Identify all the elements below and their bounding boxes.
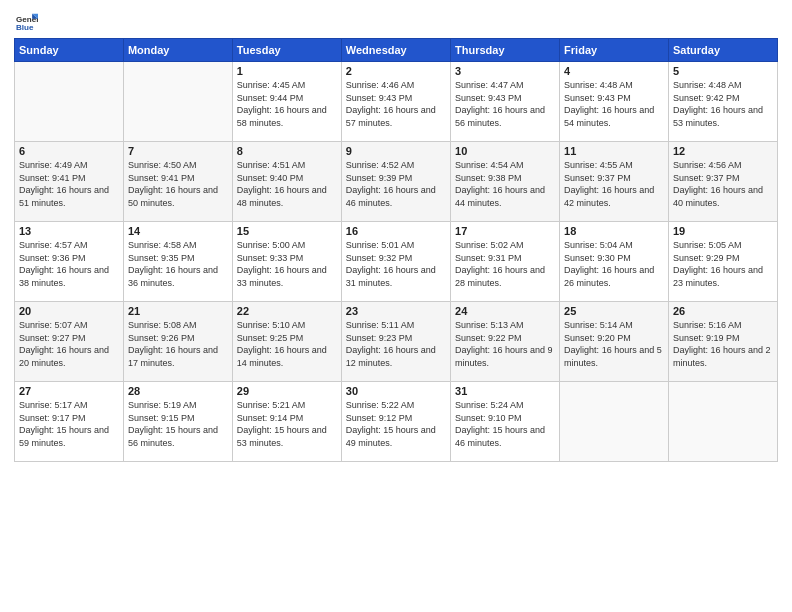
calendar-header-friday: Friday	[560, 39, 669, 62]
calendar-cell: 24Sunrise: 5:13 AM Sunset: 9:22 PM Dayli…	[451, 302, 560, 382]
day-info: Sunrise: 4:51 AM Sunset: 9:40 PM Dayligh…	[237, 159, 337, 209]
day-number: 19	[673, 225, 773, 237]
calendar-cell: 28Sunrise: 5:19 AM Sunset: 9:15 PM Dayli…	[123, 382, 232, 462]
day-number: 11	[564, 145, 664, 157]
calendar-cell: 4Sunrise: 4:48 AM Sunset: 9:43 PM Daylig…	[560, 62, 669, 142]
calendar-cell: 10Sunrise: 4:54 AM Sunset: 9:38 PM Dayli…	[451, 142, 560, 222]
day-number: 2	[346, 65, 446, 77]
day-number: 23	[346, 305, 446, 317]
day-number: 28	[128, 385, 228, 397]
day-number: 31	[455, 385, 555, 397]
day-number: 4	[564, 65, 664, 77]
calendar-cell: 3Sunrise: 4:47 AM Sunset: 9:43 PM Daylig…	[451, 62, 560, 142]
day-info: Sunrise: 4:57 AM Sunset: 9:36 PM Dayligh…	[19, 239, 119, 289]
day-info: Sunrise: 4:50 AM Sunset: 9:41 PM Dayligh…	[128, 159, 228, 209]
calendar-cell: 29Sunrise: 5:21 AM Sunset: 9:14 PM Dayli…	[232, 382, 341, 462]
day-info: Sunrise: 5:19 AM Sunset: 9:15 PM Dayligh…	[128, 399, 228, 449]
calendar-cell: 18Sunrise: 5:04 AM Sunset: 9:30 PM Dayli…	[560, 222, 669, 302]
day-number: 22	[237, 305, 337, 317]
day-number: 20	[19, 305, 119, 317]
calendar-header-monday: Monday	[123, 39, 232, 62]
calendar-cell: 2Sunrise: 4:46 AM Sunset: 9:43 PM Daylig…	[341, 62, 450, 142]
calendar-week-row: 20Sunrise: 5:07 AM Sunset: 9:27 PM Dayli…	[15, 302, 778, 382]
day-info: Sunrise: 4:45 AM Sunset: 9:44 PM Dayligh…	[237, 79, 337, 129]
calendar-cell	[668, 382, 777, 462]
day-info: Sunrise: 5:01 AM Sunset: 9:32 PM Dayligh…	[346, 239, 446, 289]
calendar-header-thursday: Thursday	[451, 39, 560, 62]
day-info: Sunrise: 5:08 AM Sunset: 9:26 PM Dayligh…	[128, 319, 228, 369]
day-info: Sunrise: 5:00 AM Sunset: 9:33 PM Dayligh…	[237, 239, 337, 289]
day-number: 10	[455, 145, 555, 157]
calendar-week-row: 27Sunrise: 5:17 AM Sunset: 9:17 PM Dayli…	[15, 382, 778, 462]
day-number: 12	[673, 145, 773, 157]
day-number: 13	[19, 225, 119, 237]
day-info: Sunrise: 5:07 AM Sunset: 9:27 PM Dayligh…	[19, 319, 119, 369]
day-number: 18	[564, 225, 664, 237]
calendar-cell: 17Sunrise: 5:02 AM Sunset: 9:31 PM Dayli…	[451, 222, 560, 302]
day-number: 6	[19, 145, 119, 157]
calendar-cell: 14Sunrise: 4:58 AM Sunset: 9:35 PM Dayli…	[123, 222, 232, 302]
calendar-table: SundayMondayTuesdayWednesdayThursdayFrid…	[14, 38, 778, 462]
day-info: Sunrise: 4:47 AM Sunset: 9:43 PM Dayligh…	[455, 79, 555, 129]
calendar-header-tuesday: Tuesday	[232, 39, 341, 62]
calendar-cell	[123, 62, 232, 142]
calendar-header-saturday: Saturday	[668, 39, 777, 62]
day-number: 14	[128, 225, 228, 237]
calendar-cell: 1Sunrise: 4:45 AM Sunset: 9:44 PM Daylig…	[232, 62, 341, 142]
day-info: Sunrise: 5:17 AM Sunset: 9:17 PM Dayligh…	[19, 399, 119, 449]
day-info: Sunrise: 4:46 AM Sunset: 9:43 PM Dayligh…	[346, 79, 446, 129]
calendar-cell: 13Sunrise: 4:57 AM Sunset: 9:36 PM Dayli…	[15, 222, 124, 302]
day-info: Sunrise: 4:56 AM Sunset: 9:37 PM Dayligh…	[673, 159, 773, 209]
logo-icon: General Blue	[16, 10, 38, 32]
day-info: Sunrise: 5:10 AM Sunset: 9:25 PM Dayligh…	[237, 319, 337, 369]
day-info: Sunrise: 5:13 AM Sunset: 9:22 PM Dayligh…	[455, 319, 555, 369]
day-number: 9	[346, 145, 446, 157]
calendar-cell: 7Sunrise: 4:50 AM Sunset: 9:41 PM Daylig…	[123, 142, 232, 222]
day-info: Sunrise: 5:16 AM Sunset: 9:19 PM Dayligh…	[673, 319, 773, 369]
day-info: Sunrise: 5:22 AM Sunset: 9:12 PM Dayligh…	[346, 399, 446, 449]
calendar-cell: 30Sunrise: 5:22 AM Sunset: 9:12 PM Dayli…	[341, 382, 450, 462]
calendar-header-row: SundayMondayTuesdayWednesdayThursdayFrid…	[15, 39, 778, 62]
day-info: Sunrise: 5:04 AM Sunset: 9:30 PM Dayligh…	[564, 239, 664, 289]
calendar-header-sunday: Sunday	[15, 39, 124, 62]
day-info: Sunrise: 4:55 AM Sunset: 9:37 PM Dayligh…	[564, 159, 664, 209]
calendar-cell: 21Sunrise: 5:08 AM Sunset: 9:26 PM Dayli…	[123, 302, 232, 382]
day-number: 7	[128, 145, 228, 157]
day-number: 17	[455, 225, 555, 237]
calendar-cell: 22Sunrise: 5:10 AM Sunset: 9:25 PM Dayli…	[232, 302, 341, 382]
day-number: 3	[455, 65, 555, 77]
calendar-cell: 12Sunrise: 4:56 AM Sunset: 9:37 PM Dayli…	[668, 142, 777, 222]
calendar-cell: 11Sunrise: 4:55 AM Sunset: 9:37 PM Dayli…	[560, 142, 669, 222]
day-number: 26	[673, 305, 773, 317]
day-number: 5	[673, 65, 773, 77]
day-info: Sunrise: 4:48 AM Sunset: 9:42 PM Dayligh…	[673, 79, 773, 129]
calendar-cell: 27Sunrise: 5:17 AM Sunset: 9:17 PM Dayli…	[15, 382, 124, 462]
calendar-cell: 19Sunrise: 5:05 AM Sunset: 9:29 PM Dayli…	[668, 222, 777, 302]
day-number: 30	[346, 385, 446, 397]
page-header: General Blue	[14, 10, 778, 32]
calendar-week-row: 1Sunrise: 4:45 AM Sunset: 9:44 PM Daylig…	[15, 62, 778, 142]
calendar-cell: 6Sunrise: 4:49 AM Sunset: 9:41 PM Daylig…	[15, 142, 124, 222]
day-number: 21	[128, 305, 228, 317]
calendar-cell: 16Sunrise: 5:01 AM Sunset: 9:32 PM Dayli…	[341, 222, 450, 302]
day-info: Sunrise: 4:52 AM Sunset: 9:39 PM Dayligh…	[346, 159, 446, 209]
day-number: 27	[19, 385, 119, 397]
logo: General Blue	[14, 10, 40, 32]
day-info: Sunrise: 4:49 AM Sunset: 9:41 PM Dayligh…	[19, 159, 119, 209]
calendar-cell: 20Sunrise: 5:07 AM Sunset: 9:27 PM Dayli…	[15, 302, 124, 382]
day-number: 29	[237, 385, 337, 397]
day-number: 8	[237, 145, 337, 157]
day-info: Sunrise: 4:58 AM Sunset: 9:35 PM Dayligh…	[128, 239, 228, 289]
day-number: 15	[237, 225, 337, 237]
calendar-cell: 26Sunrise: 5:16 AM Sunset: 9:19 PM Dayli…	[668, 302, 777, 382]
calendar-cell: 31Sunrise: 5:24 AM Sunset: 9:10 PM Dayli…	[451, 382, 560, 462]
calendar-cell	[15, 62, 124, 142]
calendar-cell: 9Sunrise: 4:52 AM Sunset: 9:39 PM Daylig…	[341, 142, 450, 222]
calendar-cell: 8Sunrise: 4:51 AM Sunset: 9:40 PM Daylig…	[232, 142, 341, 222]
day-info: Sunrise: 5:24 AM Sunset: 9:10 PM Dayligh…	[455, 399, 555, 449]
day-number: 1	[237, 65, 337, 77]
day-number: 25	[564, 305, 664, 317]
day-info: Sunrise: 5:21 AM Sunset: 9:14 PM Dayligh…	[237, 399, 337, 449]
calendar-header-wednesday: Wednesday	[341, 39, 450, 62]
day-info: Sunrise: 5:14 AM Sunset: 9:20 PM Dayligh…	[564, 319, 664, 369]
